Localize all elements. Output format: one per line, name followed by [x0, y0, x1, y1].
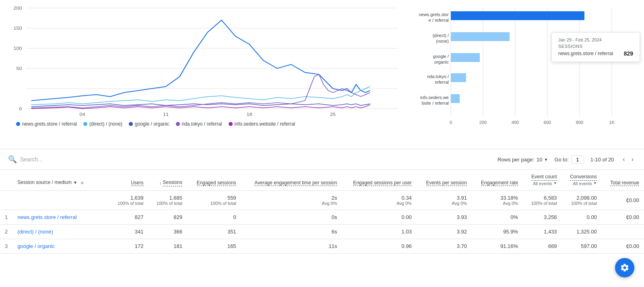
row-1-eng-user: 0.00: [342, 210, 416, 224]
svg-text:04: 04: [79, 112, 85, 117]
prev-page-button[interactable]: ‹: [620, 154, 627, 165]
legend-item-4: rida.tokyo / referral: [176, 121, 222, 127]
dropdown-arrow-icon: ▼: [73, 180, 77, 185]
table-row: 2 (direct) / (none) 341 366 351 6s 1.03 …: [0, 224, 644, 239]
svg-text:info.seders.we: info.seders.we: [420, 95, 449, 100]
svg-text:bsite / referral: bsite / referral: [422, 101, 449, 105]
svg-text:(direct) /: (direct) /: [433, 33, 449, 38]
col-header-users[interactable]: Users: [109, 170, 149, 190]
col-header-event-count[interactable]: Event count All events ▼: [523, 170, 562, 190]
totals-avg-sub: Avg 0%: [246, 201, 337, 206]
legend-dot-4: [176, 122, 180, 126]
rows-per-page-select[interactable]: 10 ▼: [537, 157, 548, 163]
row-3-eng-user: 0.96: [342, 239, 416, 253]
totals-eps-sub: Avg 0%: [421, 201, 467, 206]
svg-rect-30: [451, 11, 584, 20]
row-1-source[interactable]: news.grets.store / referral: [12, 210, 109, 224]
row-2-eps: 3.92: [417, 224, 472, 239]
svg-text:50: 50: [16, 66, 22, 71]
next-page-button[interactable]: ›: [629, 154, 636, 165]
totals-engaged: 559 100% of total: [187, 190, 241, 210]
row-1-rate: 0%: [472, 210, 523, 224]
svg-text:e / referral: e / referral: [429, 18, 449, 23]
totals-revenue: ₵0.00: [602, 190, 644, 210]
col-header-sessions[interactable]: ↓ Sessions: [149, 170, 188, 190]
row-3-num: 3: [0, 239, 12, 253]
row-1-eps: 3.93: [417, 210, 472, 224]
totals-users: 1,639 100% of total: [109, 190, 149, 210]
row-2-engaged: 351: [187, 224, 241, 239]
totals-num: [0, 190, 12, 210]
col-header-total-revenue[interactable]: Total revenue: [602, 170, 644, 190]
row-1-users: 827: [109, 210, 149, 224]
search-icon: 🔍: [8, 155, 17, 164]
totals-ec-val: 6,583: [528, 195, 557, 201]
row-3-conv: 597.00: [562, 239, 602, 253]
totals-users-sub: 100% of total: [114, 201, 144, 206]
col-conversions-label: Conversions: [570, 174, 597, 181]
row-1-ec: 3,256: [523, 210, 562, 224]
row-2-rev: [602, 224, 644, 239]
legend-dot-2: [83, 122, 87, 126]
totals-sessions-sub: 100% of total: [153, 201, 183, 206]
row-1-rev: ₵0.00: [602, 210, 644, 224]
svg-text:0: 0: [19, 106, 22, 111]
legend-item-3: google / organic: [129, 121, 169, 127]
row-3-users: 172: [109, 239, 149, 253]
go-to-input[interactable]: [571, 155, 584, 164]
col-events-session-label: Events per session: [426, 180, 467, 186]
svg-rect-36: [451, 53, 480, 62]
totals-conv-sub: 100% of total: [567, 201, 597, 206]
line-chart-svg: 200 150 100 50 0 04 Feb 11 18 25: [8, 4, 402, 117]
row-1-num: 1: [0, 210, 12, 224]
col-header-engaged-sessions[interactable]: Engaged sessions: [187, 170, 241, 190]
table-row: 3 google / organic 172 181 165 11s 0.96 …: [0, 239, 644, 253]
svg-text:100: 100: [13, 46, 22, 51]
event-count-dropdown-icon[interactable]: ▼: [553, 181, 557, 186]
totals-eng-user-val: 0.34: [347, 195, 411, 201]
col-source-label: Session source / medium: [17, 180, 72, 186]
legend-label-1: news.grets.store / referral: [22, 121, 77, 127]
go-to: Go to:: [554, 155, 584, 164]
conversions-dropdown-icon[interactable]: ▼: [593, 181, 597, 186]
svg-text:400: 400: [512, 120, 519, 125]
tooltip-value: 829: [624, 50, 633, 57]
row-2-source[interactable]: (direct) / (none): [12, 224, 109, 239]
col-header-events-per-session[interactable]: Events per session: [417, 170, 472, 190]
totals-rev-val: ₵0.00: [607, 197, 639, 203]
main-container: 200 150 100 50 0 04 Feb 11 18 25: [0, 0, 644, 254]
totals-rate: 33.18% Avg 0%: [472, 190, 523, 210]
col-header-source[interactable]: Session source / medium ▼ +: [12, 170, 109, 190]
svg-text:200: 200: [13, 6, 22, 11]
chevron-down-icon: ▼: [544, 157, 548, 162]
svg-text:google /: google /: [433, 54, 449, 59]
col-header-num: [0, 170, 12, 190]
col-revenue-label: Total revenue: [610, 180, 639, 186]
row-3-eps: 3.70: [417, 239, 472, 253]
row-3-rate: 91.16%: [472, 239, 523, 253]
row-3-source[interactable]: google / organic: [12, 239, 109, 253]
svg-text:0: 0: [450, 120, 452, 125]
legend-label-4: rida.tokyo / referral: [182, 121, 222, 127]
legend-dot-1: [16, 122, 20, 126]
totals-eps-val: 3.91: [421, 195, 467, 201]
col-header-avg-engagement[interactable]: Average engagement time per session: [241, 170, 342, 190]
legend-dot-5: [229, 122, 233, 126]
add-column-button[interactable]: +: [80, 179, 84, 186]
row-2-users: 341: [109, 224, 149, 239]
col-sessions-label: Sessions: [163, 180, 182, 186]
totals-row: 1,639 100% of total 1,685 100% of total …: [0, 190, 644, 210]
row-2-num: 2: [0, 224, 12, 239]
col-header-conversions[interactable]: Conversions All events ▼: [562, 170, 602, 190]
totals-eps: 3.91 Avg 0%: [417, 190, 472, 210]
tooltip-metric: SESSIONS: [558, 44, 633, 49]
row-1-avg: 0s: [241, 210, 342, 224]
svg-text:(none): (none): [436, 39, 449, 43]
svg-rect-33: [451, 32, 510, 41]
legend-label-2: (direct) / (none): [89, 121, 122, 127]
col-header-engagement-rate[interactable]: Engagement rate: [472, 170, 523, 190]
chart-tooltip: Jan 29 - Feb 25, 2024 SESSIONS news.gret…: [551, 32, 640, 62]
search-input[interactable]: [20, 156, 101, 163]
page-range: 1-10 of 20: [590, 157, 614, 163]
col-header-engaged-per-user[interactable]: Engaged sessions per user: [342, 170, 416, 190]
